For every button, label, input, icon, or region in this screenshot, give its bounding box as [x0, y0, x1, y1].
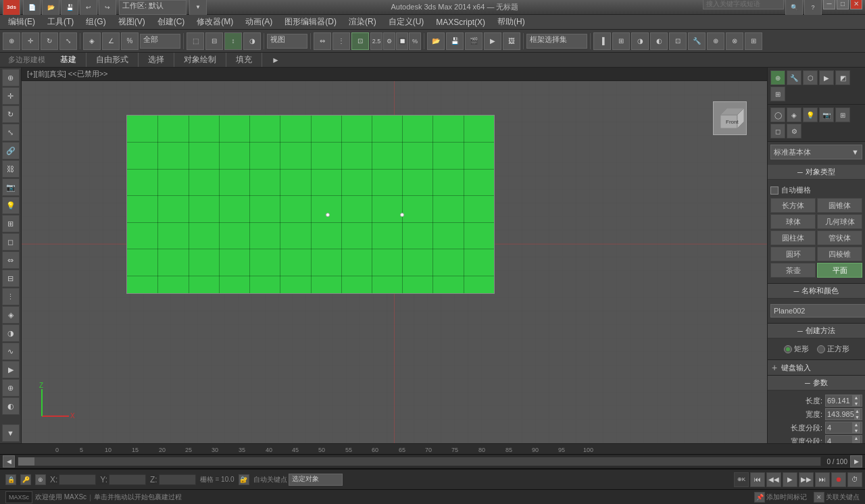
width-segs-spinner[interactable]: ▲ ▼ [852, 435, 860, 443]
tab-create[interactable]: ⊕ [770, 70, 785, 85]
subtab-freeform[interactable]: 自由形式 [86, 53, 139, 67]
save-scene-btn[interactable]: 💾 [446, 32, 464, 50]
camera-icon[interactable]: 📷 [819, 107, 834, 122]
nav-cube[interactable]: Front [713, 101, 747, 135]
name-color-header[interactable]: ─ 名称和颜色 [768, 284, 865, 299]
tab-display[interactable]: ◩ [835, 70, 850, 85]
minimize-btn[interactable]: ─ [823, 0, 835, 9]
select-color-btn[interactable]: ◑ [243, 32, 261, 50]
mirror-btn[interactable]: ⇔ [314, 32, 331, 50]
menu-group[interactable]: 组(G) [80, 15, 111, 29]
tab-utility[interactable]: ⊞ [770, 86, 785, 101]
obj-sphere[interactable]: 球体 [770, 214, 816, 229]
subtab-fill[interactable]: 填充 [226, 53, 262, 67]
width-down[interactable]: ▼ [854, 414, 860, 420]
scale-btn[interactable]: ⤡ [59, 32, 77, 50]
tb15[interactable]: ⊞ [745, 32, 762, 50]
space-icon[interactable]: ◻ [770, 124, 785, 138]
obj-cone[interactable]: 圆锥体 [817, 198, 862, 213]
length-spinner[interactable]: ▲ ▼ [852, 395, 860, 407]
obj-box[interactable]: 长方体 [770, 198, 816, 213]
menu-edit[interactable]: 编辑(E) [3, 15, 41, 29]
anim-next-frame[interactable]: ▶▶ [799, 472, 814, 487]
tool-scale[interactable]: ⤡ [2, 124, 20, 141]
tool-space[interactable]: ◻ [2, 233, 20, 251]
align-btn[interactable]: ⋮ [332, 32, 350, 50]
workspace-dropdown[interactable]: 工作区: 默认 [119, 0, 187, 15]
add-tag-icon[interactable]: 📌 [754, 492, 765, 503]
tb12[interactable]: 🔧 [688, 32, 706, 50]
width-segs-input[interactable]: 4 ▲ ▼ [825, 435, 862, 443]
timeline-slider[interactable] [18, 457, 821, 466]
open-scene-btn[interactable]: 📂 [427, 32, 445, 50]
primitives-dropdown[interactable]: 标准基本体 ▼ [770, 145, 862, 159]
tool-select[interactable]: ⊕ [2, 69, 20, 86]
anim-play[interactable]: ▶ [783, 472, 797, 487]
viewport-content[interactable]: X Z Front [22, 81, 767, 443]
tb14[interactable]: ⊗ [726, 32, 743, 50]
shape-icon[interactable]: ◈ [787, 107, 801, 122]
move-btn[interactable]: ✛ [22, 32, 39, 50]
menu-maxscript[interactable]: MAXScript(X) [430, 16, 491, 28]
tb7[interactable]: ▐ [593, 32, 611, 50]
menu-customize[interactable]: 自定义(U) [383, 15, 430, 29]
open-file-btn[interactable]: 📂 [42, 0, 59, 16]
menu-animation[interactable]: 动画(A) [240, 15, 278, 29]
tool-camera[interactable]: 📷 [2, 178, 20, 196]
tool-helper[interactable]: ⊞ [2, 215, 20, 232]
subtab-build[interactable]: 基建 [51, 53, 86, 67]
subtab-select[interactable]: 选择 [139, 53, 174, 67]
close-btn[interactable]: ✕ [850, 0, 862, 9]
radio-rect-dot[interactable] [784, 345, 792, 353]
tool-render[interactable]: ▶ [2, 361, 20, 378]
keyboard-input-header[interactable]: + 键盘输入 [768, 360, 865, 375]
anim-next-key[interactable]: ⏭ [815, 472, 830, 487]
close-tag-icon[interactable]: ✕ [814, 492, 824, 503]
anim-prev-frame[interactable]: ◀◀ [766, 472, 781, 487]
geom-icon[interactable]: ◯ [770, 107, 785, 122]
maxscript-mini[interactable]: MAXSc [5, 491, 32, 503]
rotate-btn[interactable]: ↻ [41, 32, 58, 50]
subtab-extra[interactable]: ► [262, 54, 289, 66]
undo-btn[interactable]: ↩ [80, 0, 97, 16]
workspace-dropdown-btn[interactable]: ▼ [189, 0, 207, 16]
obj-tube[interactable]: 管状体 [817, 230, 862, 245]
tool-snap[interactable]: ◈ [2, 306, 20, 324]
subtab-paint[interactable]: 对象绘制 [174, 53, 226, 67]
tool-unlink[interactable]: ⛓ [2, 160, 20, 178]
length-segs-down[interactable]: ▼ [852, 428, 860, 434]
length-segs-up[interactable]: ▲ [852, 422, 860, 428]
radio-rect[interactable]: 矩形 [784, 344, 809, 354]
obj-plane[interactable]: 平面 [817, 263, 862, 278]
timeline-right-btn[interactable]: ▶ [850, 455, 862, 468]
tb11[interactable]: ⊡ [669, 32, 687, 50]
tool-extra2[interactable]: ◐ [2, 397, 20, 415]
tool-link[interactable]: 🔗 [2, 142, 20, 159]
render-btn[interactable]: ▶ [484, 32, 501, 50]
helper-icon[interactable]: ⊞ [835, 107, 850, 122]
tool-extra1[interactable]: ⊕ [2, 379, 20, 397]
x-value[interactable] [59, 474, 96, 485]
menu-tools[interactable]: 工具(T) [42, 15, 79, 29]
tb9[interactable]: ◑ [631, 32, 649, 50]
lock2-icon[interactable]: 🔐 [239, 474, 249, 485]
tb10[interactable]: ◐ [650, 32, 668, 50]
system-icon[interactable]: ⚙ [787, 124, 801, 138]
width-spinner[interactable]: ▲ ▼ [854, 408, 860, 420]
tool-curve[interactable]: ∿ [2, 343, 20, 360]
tab-modify[interactable]: 🔧 [787, 70, 801, 85]
menu-modifier[interactable]: 修改器(M) [191, 15, 239, 29]
length-segs-input[interactable]: 4 ▲ ▼ [825, 422, 862, 434]
render-frame-btn[interactable]: 🖼 [503, 32, 520, 50]
auto-grid-checkbox[interactable] [770, 186, 778, 195]
menu-render[interactable]: 渲染(R) [343, 15, 382, 29]
obj-torus[interactable]: 圆环 [770, 247, 816, 261]
viewport[interactable]: [+][前][真实] <<已禁用>> [22, 68, 767, 443]
obj-cylinder[interactable]: 圆柱体 [770, 230, 816, 245]
select-btn[interactable]: ⊕ [3, 32, 20, 50]
object-name-input[interactable] [770, 304, 865, 318]
snap-btn[interactable]: ◈ [83, 32, 101, 50]
search-btn[interactable]: 🔍 [785, 0, 803, 16]
anim-prev-key[interactable]: ⏮ [750, 472, 765, 487]
tool-light[interactable]: 💡 [2, 197, 20, 214]
